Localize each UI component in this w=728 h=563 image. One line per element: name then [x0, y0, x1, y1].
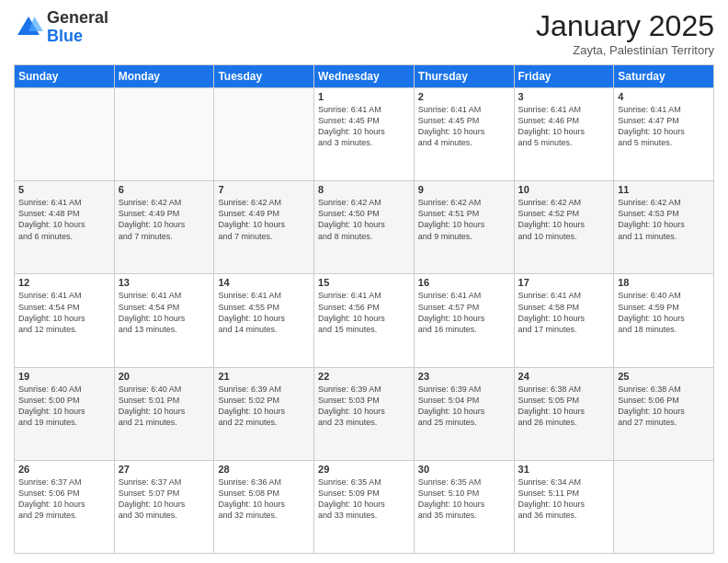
day-number: 1 [318, 91, 410, 102]
day-number: 24 [518, 371, 610, 382]
header-friday: Friday [514, 65, 614, 88]
day-number: 12 [18, 277, 110, 288]
day-info: Sunrise: 6:39 AM Sunset: 5:04 PM Dayligh… [418, 384, 510, 429]
day-info: Sunrise: 6:41 AM Sunset: 4:45 PM Dayligh… [318, 104, 410, 149]
day-number: 3 [518, 91, 610, 102]
day-number: 22 [318, 371, 410, 382]
day-number: 19 [18, 371, 110, 382]
day-info: Sunrise: 6:40 AM Sunset: 5:01 PM Dayligh… [119, 384, 210, 429]
header-wednesday: Wednesday [314, 65, 415, 88]
day-number: 21 [218, 371, 310, 382]
header-tuesday: Tuesday [214, 65, 314, 88]
calendar-cell-4-6 [614, 460, 714, 553]
calendar-cell-1-2: 7Sunrise: 6:42 AM Sunset: 4:49 PM Daylig… [214, 181, 314, 274]
day-info: Sunrise: 6:42 AM Sunset: 4:49 PM Dayligh… [119, 197, 210, 242]
day-number: 17 [518, 277, 610, 288]
day-number: 11 [618, 184, 710, 195]
calendar-cell-1-0: 5Sunrise: 6:41 AM Sunset: 4:48 PM Daylig… [15, 181, 115, 274]
calendar-cell-3-2: 21Sunrise: 6:39 AM Sunset: 5:02 PM Dayli… [214, 367, 314, 460]
day-number: 31 [518, 464, 610, 475]
day-info: Sunrise: 6:40 AM Sunset: 5:00 PM Dayligh… [18, 384, 110, 429]
day-info: Sunrise: 6:41 AM Sunset: 4:54 PM Dayligh… [119, 290, 210, 335]
day-info: Sunrise: 6:39 AM Sunset: 5:02 PM Dayligh… [218, 384, 310, 429]
calendar-cell-4-1: 27Sunrise: 6:37 AM Sunset: 5:07 PM Dayli… [114, 460, 214, 553]
title-area: January 2025 Zayta, Palestinian Territor… [536, 9, 714, 57]
calendar-cell-2-2: 14Sunrise: 6:41 AM Sunset: 4:55 PM Dayli… [214, 274, 314, 367]
calendar-cell-0-3: 1Sunrise: 6:41 AM Sunset: 4:45 PM Daylig… [314, 88, 415, 181]
calendar-cell-3-6: 25Sunrise: 6:38 AM Sunset: 5:06 PM Dayli… [614, 367, 714, 460]
page: General Blue January 2025 Zayta, Palesti… [0, 0, 728, 563]
day-number: 13 [119, 277, 210, 288]
day-info: Sunrise: 6:41 AM Sunset: 4:54 PM Dayligh… [18, 290, 110, 335]
calendar-cell-1-4: 9Sunrise: 6:42 AM Sunset: 4:51 PM Daylig… [414, 181, 514, 274]
calendar-cell-1-5: 10Sunrise: 6:42 AM Sunset: 4:52 PM Dayli… [514, 181, 614, 274]
day-number: 14 [218, 277, 310, 288]
day-info: Sunrise: 6:40 AM Sunset: 4:59 PM Dayligh… [618, 290, 710, 335]
calendar-cell-4-3: 29Sunrise: 6:35 AM Sunset: 5:09 PM Dayli… [314, 460, 415, 553]
calendar-cell-0-6: 4Sunrise: 6:41 AM Sunset: 4:47 PM Daylig… [614, 88, 714, 181]
calendar-cell-2-6: 18Sunrise: 6:40 AM Sunset: 4:59 PM Dayli… [614, 274, 714, 367]
day-info: Sunrise: 6:41 AM Sunset: 4:56 PM Dayligh… [318, 290, 410, 335]
calendar-cell-4-4: 30Sunrise: 6:35 AM Sunset: 5:10 PM Dayli… [414, 460, 514, 553]
logo-general-text: General [47, 8, 108, 27]
calendar-cell-4-5: 31Sunrise: 6:34 AM Sunset: 5:11 PM Dayli… [514, 460, 614, 553]
day-number: 8 [318, 184, 410, 195]
day-number: 2 [418, 91, 510, 102]
calendar-cell-4-0: 26Sunrise: 6:37 AM Sunset: 5:06 PM Dayli… [15, 460, 115, 553]
day-info: Sunrise: 6:42 AM Sunset: 4:52 PM Dayligh… [518, 197, 610, 242]
calendar-cell-2-5: 17Sunrise: 6:41 AM Sunset: 4:58 PM Dayli… [514, 274, 614, 367]
calendar-cell-4-2: 28Sunrise: 6:36 AM Sunset: 5:08 PM Dayli… [214, 460, 314, 553]
calendar-cell-2-4: 16Sunrise: 6:41 AM Sunset: 4:57 PM Dayli… [414, 274, 514, 367]
day-info: Sunrise: 6:37 AM Sunset: 5:07 PM Dayligh… [119, 477, 210, 522]
day-number: 6 [119, 184, 210, 195]
calendar-week-5: 26Sunrise: 6:37 AM Sunset: 5:06 PM Dayli… [15, 460, 714, 553]
calendar-cell-1-6: 11Sunrise: 6:42 AM Sunset: 4:53 PM Dayli… [614, 181, 714, 274]
day-number: 30 [418, 464, 510, 475]
calendar-title: January 2025 [536, 9, 714, 43]
calendar-cell-3-0: 19Sunrise: 6:40 AM Sunset: 5:00 PM Dayli… [15, 367, 115, 460]
day-info: Sunrise: 6:41 AM Sunset: 4:47 PM Dayligh… [618, 104, 710, 149]
calendar-cell-0-1 [114, 88, 214, 181]
day-info: Sunrise: 6:38 AM Sunset: 5:06 PM Dayligh… [618, 384, 710, 429]
calendar-cell-3-3: 22Sunrise: 6:39 AM Sunset: 5:03 PM Dayli… [314, 367, 415, 460]
calendar-cell-3-1: 20Sunrise: 6:40 AM Sunset: 5:01 PM Dayli… [114, 367, 214, 460]
header-monday: Monday [114, 65, 214, 88]
calendar-cell-2-3: 15Sunrise: 6:41 AM Sunset: 4:56 PM Dayli… [314, 274, 415, 367]
day-number: 25 [618, 371, 710, 382]
calendar-cell-3-4: 23Sunrise: 6:39 AM Sunset: 5:04 PM Dayli… [414, 367, 514, 460]
calendar-header-row: Sunday Monday Tuesday Wednesday Thursday… [15, 65, 714, 88]
day-number: 4 [618, 91, 710, 102]
calendar-cell-1-1: 6Sunrise: 6:42 AM Sunset: 4:49 PM Daylig… [114, 181, 214, 274]
day-info: Sunrise: 6:42 AM Sunset: 4:49 PM Dayligh… [218, 197, 310, 242]
day-number: 28 [218, 464, 310, 475]
calendar-week-2: 5Sunrise: 6:41 AM Sunset: 4:48 PM Daylig… [15, 181, 714, 274]
calendar-week-4: 19Sunrise: 6:40 AM Sunset: 5:00 PM Dayli… [15, 367, 714, 460]
calendar-cell-0-0 [15, 88, 115, 181]
calendar-week-3: 12Sunrise: 6:41 AM Sunset: 4:54 PM Dayli… [15, 274, 714, 367]
day-number: 23 [418, 371, 510, 382]
day-info: Sunrise: 6:41 AM Sunset: 4:57 PM Dayligh… [418, 290, 510, 335]
day-info: Sunrise: 6:41 AM Sunset: 4:55 PM Dayligh… [218, 290, 310, 335]
day-number: 29 [318, 464, 410, 475]
header-thursday: Thursday [414, 65, 514, 88]
day-number: 7 [218, 184, 310, 195]
day-info: Sunrise: 6:41 AM Sunset: 4:48 PM Dayligh… [18, 197, 110, 242]
day-number: 18 [618, 277, 710, 288]
calendar-cell-3-5: 24Sunrise: 6:38 AM Sunset: 5:05 PM Dayli… [514, 367, 614, 460]
day-number: 9 [418, 184, 510, 195]
header-sunday: Sunday [15, 65, 115, 88]
day-info: Sunrise: 6:35 AM Sunset: 5:10 PM Dayligh… [418, 477, 510, 522]
calendar-cell-0-2 [214, 88, 314, 181]
day-info: Sunrise: 6:35 AM Sunset: 5:09 PM Dayligh… [318, 477, 410, 522]
day-number: 26 [18, 464, 110, 475]
calendar-subtitle: Zayta, Palestinian Territory [536, 43, 714, 57]
logo: General Blue [14, 9, 108, 46]
logo-blue-text: Blue [47, 27, 83, 45]
calendar-cell-0-5: 3Sunrise: 6:41 AM Sunset: 4:46 PM Daylig… [514, 88, 614, 181]
day-info: Sunrise: 6:41 AM Sunset: 4:45 PM Dayligh… [418, 104, 510, 149]
header: General Blue January 2025 Zayta, Palesti… [14, 9, 714, 57]
day-info: Sunrise: 6:34 AM Sunset: 5:11 PM Dayligh… [518, 477, 610, 522]
day-number: 27 [119, 464, 210, 475]
day-info: Sunrise: 6:42 AM Sunset: 4:50 PM Dayligh… [318, 197, 410, 242]
logo-icon [14, 13, 43, 42]
